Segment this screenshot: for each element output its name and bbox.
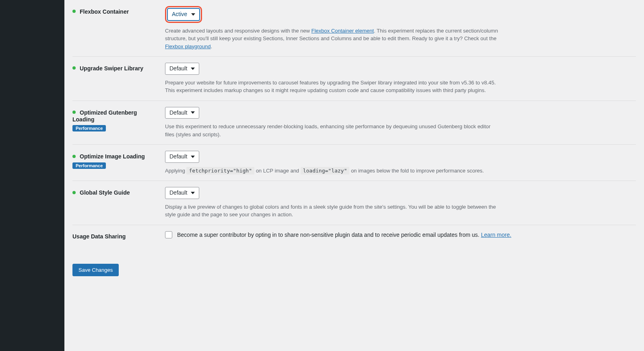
experiment-row-global-style-guide: Global Style Guide Default Display a liv…: [72, 181, 636, 225]
experiment-row-upgrade-swiper: Upgrade Swiper Library Default Prepare y…: [72, 57, 636, 101]
experiment-description: Use this experiment to reduce unnecessar…: [165, 123, 499, 138]
experiment-description: Applying fetchpriority="high" on LCP ima…: [165, 167, 499, 175]
experiment-status-select[interactable]: Default: [165, 151, 199, 163]
usage-data-text: Become a super contributor by opting in …: [177, 232, 511, 238]
experiment-title: Upgrade Swiper Library: [80, 65, 143, 72]
admin-sidebar: [0, 0, 64, 351]
experiment-status-select[interactable]: Default: [165, 187, 199, 199]
status-indicator-active-icon: [72, 111, 76, 114]
save-changes-button[interactable]: Save Changes: [72, 264, 119, 276]
experiments-table: Flexbox Container Active Create advanced…: [72, 0, 636, 248]
learn-more-link[interactable]: Learn more.: [481, 232, 511, 238]
experiment-status-select[interactable]: Default: [165, 63, 199, 75]
flexbox-playground-link[interactable]: Flexbox playground: [165, 43, 211, 49]
experiment-title: Optimized Gutenberg Loading: [72, 109, 137, 123]
experiment-title: Flexbox Container: [80, 8, 129, 15]
experiment-description: Prepare your website for future improvem…: [165, 79, 499, 94]
experiment-description: Display a live preview of changes to glo…: [165, 203, 499, 219]
flexbox-container-element-link[interactable]: Flexbox Container element: [312, 28, 374, 34]
status-indicator-active-icon: [72, 10, 76, 13]
status-indicator-active-icon: [72, 155, 76, 158]
usage-data-title: Usage Data Sharing: [72, 233, 126, 240]
code-loading-lazy: loading="lazy": [301, 167, 350, 174]
usage-data-checkbox-label[interactable]: Become a super contributor by opting in …: [165, 231, 632, 238]
usage-data-sharing-row: Usage Data Sharing Become a super contri…: [72, 225, 636, 248]
settings-content: Flexbox Container Active Create advanced…: [64, 0, 644, 351]
experiment-status-select[interactable]: Default: [165, 107, 199, 119]
submit-area: Save Changes: [72, 264, 636, 276]
experiment-row-flexbox-container: Flexbox Container Active Create advanced…: [72, 0, 636, 57]
performance-tag: Performance: [72, 162, 106, 169]
experiment-status-select[interactable]: Active: [167, 8, 200, 21]
performance-tag: Performance: [72, 125, 106, 131]
status-indicator-active-icon: [72, 66, 76, 70]
usage-data-checkbox[interactable]: [165, 231, 172, 238]
experiment-title: Optimize Image Loading: [80, 154, 145, 160]
code-fetchpriority: fetchpriority="high": [186, 167, 254, 174]
experiment-title: Global Style Guide: [80, 190, 130, 196]
status-indicator-active-icon: [72, 191, 76, 194]
experiment-row-gutenberg-loading: Optimized Gutenberg Loading Performance …: [72, 101, 636, 145]
highlight-box: Active: [165, 6, 202, 23]
experiment-description: Create advanced layouts and responsive d…: [165, 27, 499, 51]
experiment-row-image-loading: Optimize Image Loading Performance Defau…: [72, 145, 636, 181]
